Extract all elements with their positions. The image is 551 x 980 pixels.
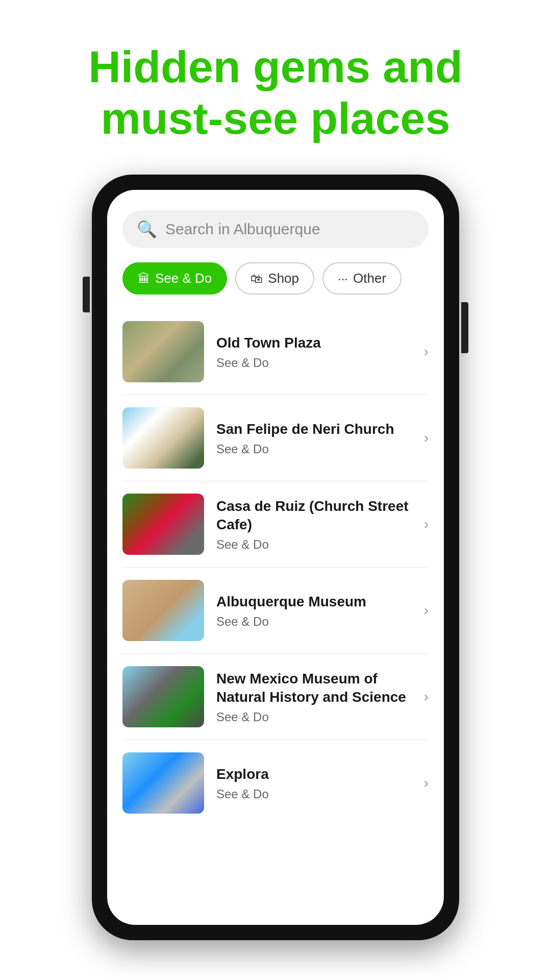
place-category: See & Do — [216, 442, 412, 456]
place-name: Old Town Plaza — [216, 334, 412, 352]
list-item[interactable]: Explora See & Do › — [122, 740, 429, 826]
place-info: Old Town Plaza See & Do — [216, 334, 412, 370]
place-image-nm-natural — [122, 666, 204, 727]
list-item[interactable]: Casa de Ruiz (Church Street Cafe) See & … — [122, 481, 429, 568]
place-info: New Mexico Museum of Natural History and… — [216, 670, 412, 724]
tab-shop-label: Shop — [268, 271, 299, 286]
tab-other[interactable]: ··· Other — [322, 262, 402, 295]
hero-title: Hidden gems and must-see places — [31, 41, 520, 144]
place-info: Casa de Ruiz (Church Street Cafe) See & … — [216, 497, 412, 552]
list-item[interactable]: San Felipe de Neri Church See & Do › — [122, 395, 429, 481]
search-icon: 🔍 — [137, 219, 157, 239]
place-category: See & Do — [216, 787, 412, 801]
tab-see-do-label: See & Do — [155, 271, 212, 286]
list-item[interactable]: Old Town Plaza See & Do › — [122, 309, 429, 395]
place-info: Explora See & Do — [216, 765, 412, 801]
place-category: See & Do — [216, 615, 412, 629]
tab-shop[interactable]: 🛍 Shop — [235, 262, 314, 295]
place-image-san-felipe — [122, 407, 204, 469]
phone-screen: 🔍 Search in Albuquerque 🏛 See & Do 🛍 Sho… — [107, 190, 444, 925]
other-icon: ··· — [338, 272, 348, 286]
chevron-right-icon: › — [424, 430, 429, 446]
hero-section: Hidden gems and must-see places — [0, 0, 551, 175]
place-image-old-town-plaza — [122, 321, 204, 382]
chevron-right-icon: › — [424, 516, 429, 532]
place-info: San Felipe de Neri Church See & Do — [216, 420, 412, 456]
place-name: San Felipe de Neri Church — [216, 420, 412, 438]
phone-mockup: 🔍 Search in Albuquerque 🏛 See & Do 🛍 Sho… — [92, 175, 459, 940]
tab-see-do[interactable]: 🏛 See & Do — [122, 262, 227, 295]
list-item[interactable]: New Mexico Museum of Natural History and… — [122, 654, 429, 740]
place-name: Casa de Ruiz (Church Street Cafe) — [216, 497, 412, 534]
place-category: See & Do — [216, 356, 412, 370]
place-name: Explora — [216, 765, 412, 783]
chevron-right-icon: › — [424, 775, 429, 791]
place-image-explora — [122, 752, 204, 814]
search-bar[interactable]: 🔍 Search in Albuquerque — [122, 210, 429, 248]
place-info: Albuquerque Museum See & Do — [216, 593, 412, 628]
chevron-right-icon: › — [424, 689, 429, 705]
chevron-right-icon: › — [424, 602, 429, 619]
chevron-right-icon: › — [424, 344, 429, 360]
place-image-abq-museum — [122, 580, 204, 641]
filter-tabs: 🏛 See & Do 🛍 Shop ··· Other — [122, 262, 429, 295]
place-category: See & Do — [216, 537, 412, 552]
list-item[interactable]: Albuquerque Museum See & Do › — [122, 568, 429, 654]
place-name: Albuquerque Museum — [216, 593, 412, 611]
place-image-casa-de-ruiz — [122, 494, 204, 555]
place-name: New Mexico Museum of Natural History and… — [216, 670, 412, 707]
place-category: See & Do — [216, 710, 412, 724]
see-do-icon: 🏛 — [138, 272, 150, 286]
shop-icon: 🛍 — [251, 272, 263, 286]
tab-other-label: Other — [353, 271, 386, 286]
search-input-placeholder: Search in Albuquerque — [165, 220, 320, 238]
places-list: Old Town Plaza See & Do › San Felipe de … — [122, 309, 429, 826]
